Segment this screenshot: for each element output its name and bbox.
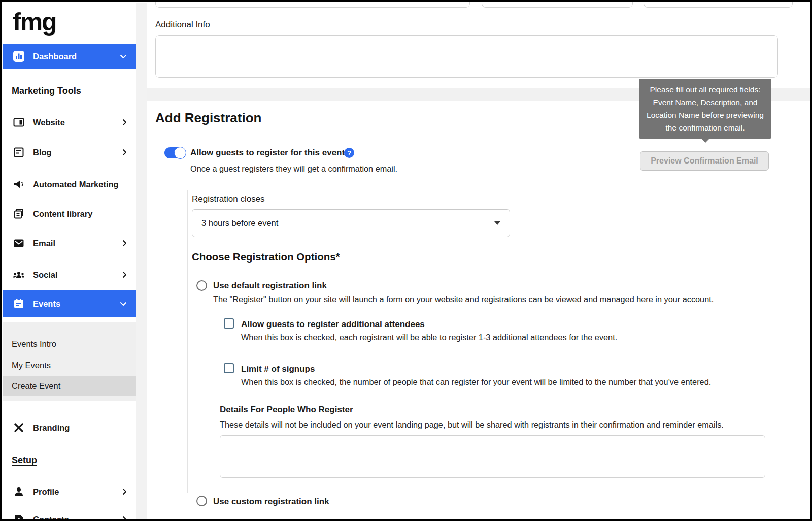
sidebar-item-label: Social (33, 270, 58, 280)
details-description: These details will not be included on yo… (220, 420, 724, 430)
sidebar-item-email[interactable]: Email (3, 232, 136, 254)
branding-tools-icon (12, 421, 25, 434)
chevron-right-icon (122, 119, 127, 126)
sidebar-item-label: Automated Marketing (33, 180, 119, 189)
people-icon (12, 269, 25, 281)
sidebar-gutter (136, 3, 147, 521)
event-form-field-1[interactable] (155, 0, 470, 8)
setup-heading: Setup (12, 455, 37, 466)
website-icon (12, 116, 25, 128)
event-form-field-2[interactable] (482, 0, 633, 8)
add-registration-title: Add Registration (155, 110, 261, 126)
email-icon (12, 237, 25, 249)
custom-link-radio[interactable] (196, 496, 207, 506)
person-icon (12, 485, 25, 498)
limit-signups-checkbox[interactable] (224, 363, 234, 373)
sidebar-item-label: Website (33, 118, 65, 127)
preview-confirmation-email-button[interactable]: Preview Confirmation Email (640, 151, 769, 171)
allow-registration-toggle[interactable] (164, 147, 186, 158)
chevron-right-icon (122, 271, 127, 278)
fmg-logo: fmg (13, 7, 56, 37)
additional-attendees-label: Allow guests to register additional atte… (241, 319, 425, 330)
chevron-right-icon (122, 488, 127, 495)
details-input[interactable] (220, 435, 765, 478)
caret-down-icon (494, 221, 500, 225)
sidebar-item-website[interactable]: Website (3, 111, 136, 134)
sidebar-item-create-event[interactable]: Create Event (3, 376, 136, 396)
default-link-radio[interactable] (196, 280, 207, 291)
sidebar-item-label: Dashboard (33, 52, 77, 61)
megaphone-icon (12, 178, 25, 190)
sidebar-item-label: Branding (33, 423, 70, 433)
app-window: fmg Dashboard Marketing Tools Website (0, 0, 812, 521)
chevron-right-icon (122, 149, 127, 156)
registration-closes-label: Registration closes (192, 194, 265, 204)
sidebar-item-label: Blog (33, 148, 52, 157)
section-indent-line (187, 190, 188, 493)
blog-icon (12, 146, 25, 158)
sidebar-item-blog[interactable]: Blog (3, 141, 136, 164)
sidebar-item-automated-marketing[interactable]: Automated Marketing (3, 173, 136, 196)
required-fields-tooltip: Please fill out all required fields: Eve… (639, 79, 771, 139)
marketing-tools-heading: Marketing Tools (12, 86, 81, 96)
options-heading: Choose Registration Options* (192, 251, 340, 263)
events-subnav: Events Intro My Events Create Event (3, 322, 136, 401)
event-form-field-3[interactable] (644, 0, 793, 8)
contacts-icon (12, 513, 25, 521)
allow-registration-label: Allow guests to register for this event (190, 148, 345, 158)
sidebar-item-events-intro[interactable]: Events Intro (3, 334, 136, 353)
details-label: Details For People Who Register (220, 405, 353, 415)
additional-info-input[interactable] (155, 35, 778, 78)
sidebar-item-dashboard[interactable]: Dashboard (3, 44, 136, 69)
additional-info-label: Additional Info (155, 20, 210, 30)
sidebar-item-label: Email (33, 239, 55, 248)
sidebar-item-label: Content library (33, 209, 92, 219)
additional-attendees-description: When this box is checked, each registran… (241, 333, 617, 342)
registration-closes-select[interactable]: 3 hours before event (192, 209, 510, 237)
chevron-down-icon (120, 302, 127, 306)
additional-attendees-checkbox[interactable] (224, 318, 234, 329)
chevron-right-icon (122, 516, 127, 521)
sidebar-item-label: Profile (33, 487, 59, 497)
sidebar-item-label: Contacts (33, 515, 69, 521)
sidebar-item-branding[interactable]: Branding (3, 416, 136, 439)
help-icon[interactable]: ? (344, 148, 354, 158)
custom-link-label: Use custom registration link (213, 497, 329, 507)
limit-signups-description: When this box is checked, the number of … (241, 377, 711, 387)
sidebar-item-events[interactable]: Events (3, 290, 136, 317)
calendar-icon (12, 298, 25, 310)
toggle-knob (174, 147, 186, 159)
dashboard-icon (12, 50, 25, 62)
default-link-label: Use default registration link (213, 281, 327, 291)
chevron-down-icon (120, 54, 127, 59)
default-link-description: The "Register" button on your site will … (213, 295, 714, 304)
sidebar-item-my-events[interactable]: My Events (3, 355, 136, 375)
sidebar-item-social[interactable]: Social (3, 264, 136, 286)
registration-sublabel: Once a guest registers they will get a c… (190, 164, 397, 174)
sidebar-item-content-library[interactable]: Content library (3, 203, 136, 225)
sidebar-item-contacts[interactable]: Contacts (3, 508, 136, 521)
library-icon (12, 208, 25, 220)
sidebar-item-label: Events (33, 299, 60, 309)
limit-signups-label: Limit # of signups (241, 364, 315, 374)
sidebar: fmg Dashboard Marketing Tools Website (3, 3, 136, 521)
chevron-right-icon (122, 240, 127, 247)
registration-closes-value: 3 hours before event (201, 218, 278, 228)
options-indent-line (215, 312, 215, 479)
sidebar-item-profile[interactable]: Profile (3, 480, 136, 503)
